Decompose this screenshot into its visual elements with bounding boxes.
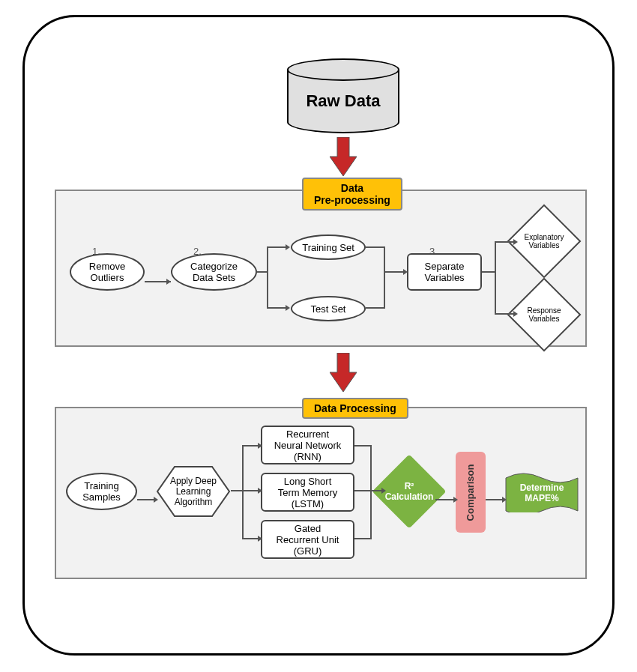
response-diamond: Response Variables (518, 288, 570, 341)
lstm-text: Long Short Term Memory (LSTM) (278, 476, 337, 509)
categorize-text: Categorize Data Sets (190, 261, 238, 283)
gru-node: Gated Recurrent Unit (GRU) (261, 520, 354, 559)
response-text: Response Variables (525, 306, 562, 323)
r2-text: R² Calculation (385, 481, 434, 502)
training-samples-text: Training Samples (82, 480, 121, 503)
remove-outliers-text: Remove Outliers (89, 261, 125, 283)
categorize-node: Categorize Data Sets (171, 253, 257, 291)
arrow-down-1 (330, 137, 357, 176)
lstm-node: Long Short Term Memory (LSTM) (261, 473, 354, 512)
training-set-node: Training Set (291, 234, 366, 260)
apply-algo-hex: Apply Deep Learning Algorithm (156, 465, 231, 518)
apply-algo-text: Apply Deep Learning Algorithm (156, 465, 231, 518)
remove-outliers-node: Remove Outliers (70, 253, 145, 291)
comparison-box: Comparison (456, 452, 486, 533)
outer-frame: Raw Data Data Pre-processing 1. Remove O… (22, 15, 615, 656)
separate-variables-text: Separate Variables (424, 261, 464, 283)
determine-text: Determine MAPE% (504, 470, 579, 512)
explanatory-text: Explanatory Variables (523, 233, 566, 249)
rnn-node: Recurrent Neural Network (RNN) (261, 426, 354, 464)
training-samples-node: Training Samples (66, 473, 137, 510)
explanatory-diamond: Explanatory Variables (518, 215, 570, 267)
raw-data-cylinder: Raw Data (287, 58, 399, 133)
r2-diamond: R² Calculation (383, 465, 435, 518)
processing-label-text: Data Processing (314, 402, 396, 414)
processing-label: Data Processing (302, 398, 408, 419)
gru-text: Gated Recurrent Unit (GRU) (277, 523, 339, 557)
comparison-text: Comparison (465, 464, 477, 521)
cylinder-top (287, 58, 399, 81)
preprocessing-label: Data Pre-processing (302, 178, 402, 211)
determine-flag: Determine MAPE% (504, 470, 579, 512)
test-set-node: Test Set (291, 296, 366, 321)
arrow-down-2 (330, 353, 357, 392)
rnn-text: Recurrent Neural Network (RNN) (274, 429, 342, 462)
preprocessing-label-text: Data Pre-processing (314, 182, 390, 206)
test-set-text: Test Set (311, 303, 346, 315)
separate-variables-node: Separate Variables (407, 253, 482, 291)
training-set-text: Training Set (302, 242, 354, 253)
